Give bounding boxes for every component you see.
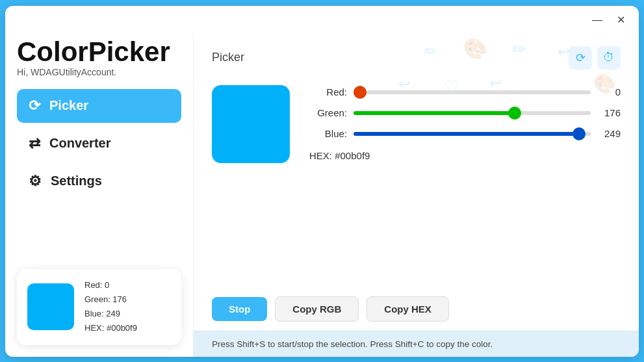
converter-icon: ⇄ [29,135,40,152]
hex-row: HEX: #00b0f9 [309,150,621,161]
green-value: 176 [597,107,621,118]
green-slider[interactable] [354,111,591,115]
color-swatch-large [212,85,290,163]
card-red: Red: 0 [84,278,137,292]
hex-value: HEX: #00b0f9 [309,150,370,161]
converter-label: Converter [49,136,110,151]
red-slider-wrapper [354,85,591,99]
close-button[interactable]: ✕ [612,11,630,29]
blue-label: Blue: [309,128,347,139]
color-info: Red: 0 Green: 176 Blue: 249 HEX: #00b0f9 [84,278,137,335]
green-slider-row: Green: 176 [309,106,621,120]
picker-area: Red: 0 Green: 176 [194,75,639,290]
header-icons: ⟳ ⏱ [569,46,621,70]
picker-action-btn-1[interactable]: ⟳ [569,46,592,70]
sidebar-item-settings[interactable]: ⚙ Settings [17,164,181,198]
sidebar-item-picker[interactable]: ⟳ Picker [17,89,181,123]
copy-rgb-button[interactable]: Copy RGB [275,296,359,322]
picker-action-btn-2[interactable]: ⏱ [597,46,621,70]
color-preview-card: Red: 0 Green: 176 Blue: 249 HEX: #00b0f9 [17,269,181,344]
sidebar-item-converter[interactable]: ⇄ Converter [17,127,181,161]
blue-slider-wrapper [354,127,591,141]
app-greeting: Hi, WDAGUtilityAccount. [17,67,181,77]
green-slider-wrapper [354,106,591,120]
stop-button[interactable]: Stop [212,297,267,321]
blue-value: 249 [597,128,621,139]
title-bar: ✏ 🎨 ✏ ↩ ↩ ♡ ↩ 🎨 — ✕ [5,6,639,34]
status-message: Press Shift+S to start/stop the selectio… [212,339,493,349]
blue-slider[interactable] [354,132,591,136]
settings-label: Settings [51,174,102,188]
copy-hex-button[interactable]: Copy HEX [367,296,449,322]
card-green: Green: 176 [84,292,137,307]
sliders-area: Red: 0 Green: 176 [309,85,621,161]
red-slider[interactable] [354,90,591,94]
green-label: Green: [309,107,347,118]
section-title: Picker [212,51,244,64]
card-hex: HEX: #00b0f9 [84,321,137,335]
color-swatch-small [27,283,74,330]
minimize-button[interactable]: — [588,11,606,29]
red-label: Red: [309,86,347,97]
sidebar: ColorPicker Hi, WDAGUtilityAccount. ⟳ Pi… [5,34,194,357]
blue-slider-row: Blue: 249 [309,127,621,141]
picker-icon: ⟳ [29,97,40,114]
picker-label: Picker [49,98,88,113]
app-title: ColorPicker [17,37,181,67]
settings-icon: ⚙ [29,173,42,190]
card-blue: Blue: 249 [84,307,137,321]
red-slider-row: Red: 0 [309,85,621,99]
btn-row: Stop Copy RGB Copy HEX [194,290,639,331]
content-area: Picker ⟳ ⏱ Red: 0 [194,34,639,357]
content-header: Picker ⟳ ⏱ [194,34,639,75]
red-value: 0 [597,86,621,97]
main-content: ColorPicker Hi, WDAGUtilityAccount. ⟳ Pi… [5,34,639,357]
status-bar: Press Shift+S to start/stop the selectio… [194,331,639,357]
